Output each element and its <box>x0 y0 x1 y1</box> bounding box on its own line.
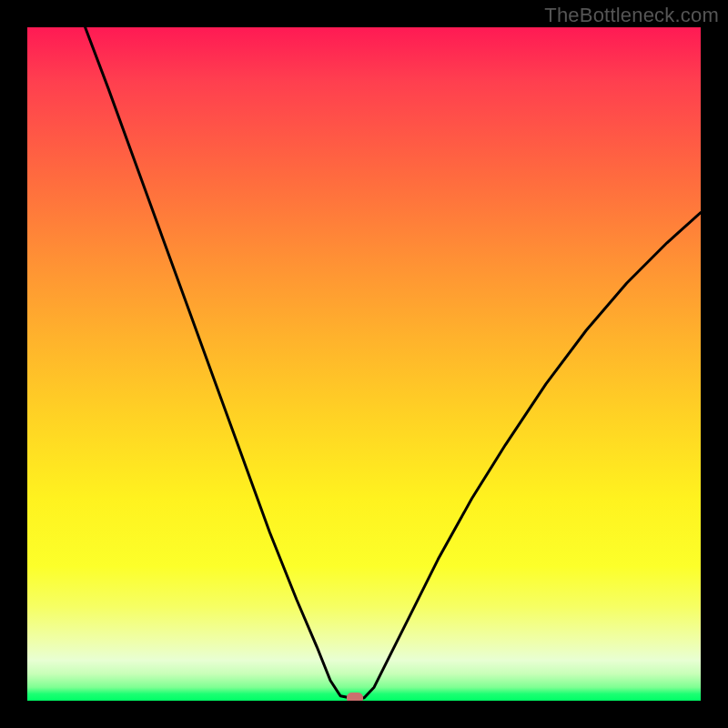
chart-frame: TheBottleneck.com <box>0 0 728 728</box>
bottleneck-curve <box>27 27 701 701</box>
optimum-marker <box>347 693 363 701</box>
plot-area <box>27 27 701 701</box>
watermark-label: TheBottleneck.com <box>544 4 719 27</box>
